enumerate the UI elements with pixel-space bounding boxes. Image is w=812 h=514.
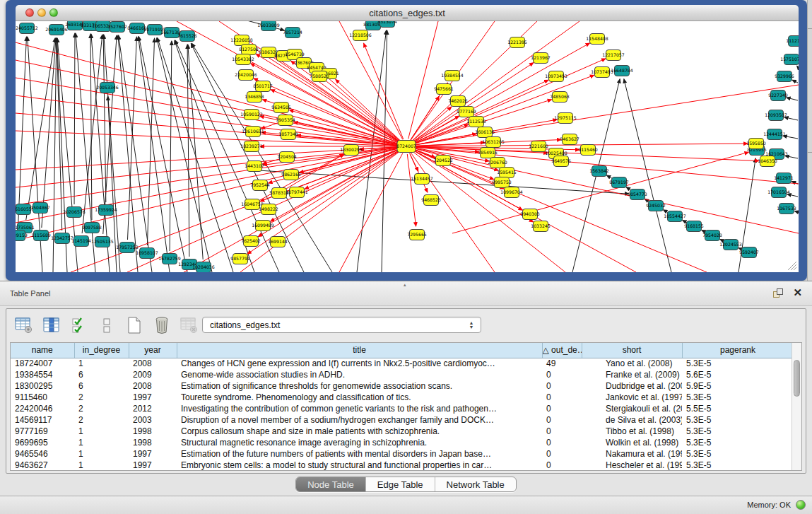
- graph-node-10797441[interactable]: 10797441: [286, 187, 308, 198]
- resize-grip-icon[interactable]: [786, 259, 797, 271]
- table-row[interactable]: 969969511998Structural magnetic resonanc…: [11, 437, 794, 448]
- graph-node-1046350[interactable]: 1046350: [758, 156, 777, 167]
- graph-node-9468523[interactable]: 9468523: [421, 195, 441, 206]
- graph-node-9054773[interactable]: 9054773: [628, 189, 647, 200]
- scrollbar-thumb[interactable]: [794, 360, 800, 397]
- graph-node-1033245[interactable]: 1033245: [531, 221, 551, 232]
- red-edge[interactable]: [261, 123, 278, 129]
- delete-column-button[interactable]: [151, 315, 172, 336]
- column-header-short[interactable]: short: [582, 343, 682, 358]
- table-settings-button[interactable]: [13, 315, 35, 336]
- black-edge[interactable]: [787, 98, 798, 100]
- table-row[interactable]: 2242004622012Investigating the contribut…: [11, 403, 794, 414]
- red-edge[interactable]: [414, 147, 799, 184]
- graph-node-1145194[interactable]: 1145194: [71, 236, 91, 247]
- column-header-name[interactable]: name: [11, 343, 74, 358]
- graph-node-12610651[interactable]: 12610651: [242, 127, 264, 137]
- column-header-pagerank[interactable]: pagerank: [682, 343, 794, 358]
- graph-node-9634505[interactable]: 9634505: [271, 103, 291, 113]
- graph-node-16648784[interactable]: 16648784: [611, 66, 633, 76]
- graph-node-1606136[interactable]: 1606136: [475, 127, 495, 138]
- table-row[interactable]: 946362711997Embryonic stem cells: a mode…: [11, 460, 794, 471]
- black-edge[interactable]: [90, 34, 92, 220]
- graph-node-9940303[interactable]: 9940303: [520, 209, 540, 220]
- black-edge[interactable]: [147, 38, 154, 245]
- node-table-grid[interactable]: namein_degreeyeartitle△ out_de…shortpage…: [11, 343, 794, 471]
- graph-node-1443107[interactable]: 1443107: [245, 161, 264, 172]
- graph-node-8995753[interactable]: 8995753: [492, 177, 512, 188]
- table-row[interactable]: 1830029562008Estimation of significance …: [11, 380, 794, 392]
- graph-node-1527602[interactable]: 1527602: [107, 22, 127, 33]
- graph-node-20206576[interactable]: 20206576: [63, 207, 86, 218]
- graph-node-7905354[interactable]: 7905354: [276, 115, 295, 126]
- graph-node-17957253[interactable]: 17957253: [116, 243, 139, 253]
- graph-node-9097588[interactable]: 9097588: [82, 223, 102, 233]
- black-edge[interactable]: [127, 37, 136, 240]
- black-edge[interactable]: [797, 66, 798, 67]
- graph-node-1595415[interactable]: 1595415: [497, 168, 517, 178]
- graph-node-9777169[interactable]: 9777169: [457, 107, 476, 117]
- graph-node-12505135[interactable]: 12505135: [91, 237, 114, 247]
- graph-node-1112530[interactable]: 1112530: [466, 117, 486, 127]
- red-edge[interactable]: [291, 61, 401, 141]
- graph-node-9227349[interactable]: 9227349: [768, 90, 788, 101]
- graph-node-1857348[interactable]: 1857348: [278, 129, 298, 140]
- graph-node-19384554[interactable]: 19384554: [441, 71, 464, 81]
- black-edge[interactable]: [784, 117, 798, 120]
- graph-node-12218506[interactable]: 12218506: [349, 30, 372, 41]
- graph-node-7954028[interactable]: 7954028: [702, 230, 722, 241]
- graph-node-1346858[interactable]: 1346858: [245, 92, 264, 103]
- black-edge[interactable]: [139, 37, 187, 272]
- red-edge[interactable]: [413, 151, 565, 272]
- graph-node-7952544[interactable]: 7952544: [250, 180, 270, 191]
- table-row[interactable]: 1938455462009Genome-wide association stu…: [11, 369, 794, 380]
- red-edge[interactable]: [16, 147, 399, 187]
- graph-node-7625402[interactable]: 7625402: [241, 236, 261, 247]
- graph-node-1498222[interactable]: 1498222: [259, 204, 278, 215]
- graph-node-7204522[interactable]: 7204522: [433, 156, 453, 166]
- graph-node-17016504[interactable]: 17016504: [767, 187, 790, 198]
- network-window-titlebar[interactable]: citations_edges.txt: [16, 5, 799, 21]
- graph-node-9862165[interactable]: 9862165: [281, 170, 301, 180]
- red-edge[interactable]: [249, 45, 400, 142]
- graph-node-12342757[interactable]: 12342757: [51, 233, 73, 244]
- graph-node-1412971[interactable]: 1412971: [774, 173, 794, 184]
- vertical-scrollbar[interactable]: [792, 343, 801, 470]
- graph-node-7857214[interactable]: 7857214: [283, 28, 302, 38]
- graph-node-1504867[interactable]: 1504867: [30, 203, 50, 214]
- graph-node-7588520[interactable]: 7588520: [310, 71, 329, 82]
- graph-node-9329966[interactable]: 9329966: [775, 71, 794, 82]
- black-edge[interactable]: [792, 80, 798, 83]
- graph-node-1221395[interactable]: 1221395: [507, 37, 527, 48]
- tab-network-table[interactable]: Network Table: [435, 477, 516, 491]
- table-selector-dropdown[interactable]: citations_edges.txt ▲▼: [202, 317, 481, 333]
- delete-table-button-disabled[interactable]: [179, 315, 200, 336]
- red-edge[interactable]: [414, 148, 799, 233]
- graph-node-15134457[interactable]: 15134457: [411, 174, 433, 185]
- graph-node-9475661[interactable]: 9475661: [434, 84, 454, 95]
- graph-node-8679197[interactable]: 8679197: [609, 177, 629, 188]
- table-row[interactable]: 977716911998Corpus callosum shape and si…: [11, 426, 794, 437]
- float-panel-icon[interactable]: [773, 288, 784, 298]
- graph-node-9245032[interactable]: 9245032: [646, 201, 666, 211]
- graph-node-11548408[interactable]: 11548408: [586, 34, 608, 45]
- new-column-button[interactable]: [124, 315, 145, 336]
- column-header-year[interactable]: year: [129, 343, 177, 358]
- graph-node-7462026[interactable]: 7462026: [448, 96, 468, 107]
- graph-node-15751074[interactable]: 15751074: [780, 54, 799, 65]
- red-edge[interactable]: [411, 153, 495, 272]
- graph-node-12093587[interactable]: 12093587: [765, 110, 787, 121]
- column-header-in_degree[interactable]: in_degree: [74, 343, 129, 358]
- graph-node-12444151[interactable]: 12444151: [763, 129, 786, 140]
- unselect-all-button[interactable]: [96, 315, 117, 336]
- tab-node-table[interactable]: Node Table: [296, 477, 366, 491]
- network-canvas[interactable]: 2405571220691406269314093317861065324715…: [16, 21, 799, 272]
- graph-node-8127508[interactable]: 8127508: [239, 45, 259, 55]
- table-row[interactable]: 911546021997Tourette syndrome. Phenomeno…: [11, 392, 794, 403]
- table-row[interactable]: 1872400712008Changes of HCN gene express…: [11, 358, 794, 369]
- close-panel-icon[interactable]: ✕: [793, 287, 802, 298]
- black-edge[interactable]: [606, 175, 612, 179]
- graph-node-7485063[interactable]: 7485063: [550, 92, 570, 103]
- graph-node-7615526[interactable]: 7615526: [177, 31, 197, 42]
- graph-node-10737493[interactable]: 10737493: [591, 67, 613, 78]
